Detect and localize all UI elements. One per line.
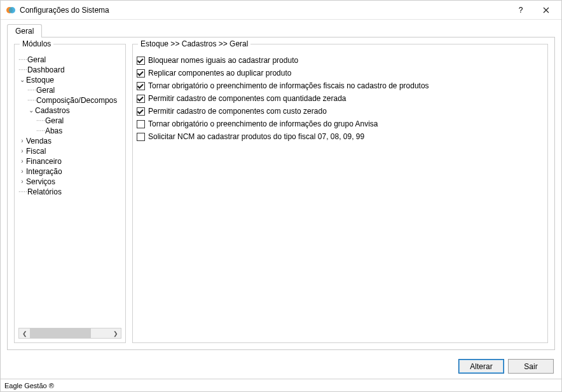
tree-item-relatorios[interactable]: ·····Relatórios <box>18 187 121 197</box>
scroll-track[interactable] <box>30 328 110 338</box>
tree-item-vendas[interactable]: ›Vendas <box>18 136 121 146</box>
content-panel: Estoque >> Cadastros >> Geral Bloquear n… <box>132 44 548 343</box>
main-panel: Módulos ·····Geral ·····Dashboard ⌄Estoq… <box>7 37 555 350</box>
tab-geral[interactable]: Geral <box>7 24 42 37</box>
option-label: Tornar obrigatório o preenchimento de in… <box>148 119 378 128</box>
footer-buttons: Alterar Sair <box>1 355 561 379</box>
option-label: Permitir cadastro de componentes com cus… <box>148 107 327 116</box>
tree-item-estoque-composicao[interactable]: ·····Composição/Decompos <box>18 95 121 105</box>
sair-button[interactable]: Sair <box>508 359 554 374</box>
checkbox-icon[interactable] <box>137 69 145 78</box>
tree-item-financeiro[interactable]: ›Financeiro <box>18 156 121 166</box>
checkbox-icon[interactable] <box>137 120 145 128</box>
status-bar: Eagle Gestão ® <box>1 379 561 391</box>
svg-point-1 <box>9 7 15 13</box>
scroll-left-icon[interactable]: ❮ <box>19 328 30 338</box>
option-label: Replicar componentes ao duplicar produto <box>148 69 291 78</box>
checkbox-icon[interactable] <box>137 95 145 103</box>
tree-item-estoque-cadastros[interactable]: ⌄Cadastros <box>18 105 121 116</box>
tree-item-geral[interactable]: ·····Geral <box>18 55 121 65</box>
tree-item-integracao[interactable]: ›Integração <box>18 166 121 177</box>
tree-item-servicos[interactable]: ›Serviços <box>18 177 121 187</box>
close-button[interactable] <box>533 1 559 19</box>
option-row[interactable]: Bloquear nomes iguais ao cadastrar produ… <box>137 56 544 65</box>
option-row[interactable]: Permitir cadastro de componentes com cus… <box>137 107 544 116</box>
window-title: Configurações do Sistema <box>20 6 109 15</box>
checkbox-icon[interactable] <box>137 133 145 141</box>
option-row[interactable]: Tornar obrigatório o preenchimento de in… <box>137 81 544 90</box>
option-row[interactable]: Solicitar NCM ao cadastrar produtos do t… <box>137 132 544 141</box>
tree-item-estoque-cadastros-abas[interactable]: ·····Abas <box>18 126 121 136</box>
option-label: Tornar obrigatório o preenchimento de in… <box>148 81 429 90</box>
option-row[interactable]: Permitir cadastro de componentes com qua… <box>137 94 544 103</box>
scroll-right-icon[interactable]: ❯ <box>110 328 121 338</box>
checkbox-icon[interactable] <box>137 57 145 65</box>
modules-tree: ·····Geral ·····Dashboard ⌄Estoque ·····… <box>18 55 121 325</box>
tree-item-estoque[interactable]: ⌄Estoque <box>18 75 121 85</box>
app-icon <box>6 5 16 15</box>
sidebar-hscrollbar[interactable]: ❮ ❯ <box>18 328 121 339</box>
scroll-thumb[interactable] <box>30 328 91 338</box>
checkbox-icon[interactable] <box>137 107 145 116</box>
tabstrip: Geral <box>1 20 561 37</box>
titlebar: Configurações do Sistema ? <box>1 1 561 20</box>
tree-item-fiscal[interactable]: ›Fiscal <box>18 146 121 156</box>
tree-item-estoque-geral[interactable]: ·····Geral <box>18 85 121 95</box>
option-row[interactable]: Tornar obrigatório o preenchimento de in… <box>137 119 544 128</box>
breadcrumb: Estoque >> Cadastros >> Geral <box>138 39 250 48</box>
option-label: Permitir cadastro de componentes com qua… <box>148 94 346 103</box>
help-button[interactable]: ? <box>508 1 533 19</box>
tree-item-estoque-cadastros-geral[interactable]: ·····Geral <box>18 116 121 126</box>
option-label: Bloquear nomes iguais ao cadastrar produ… <box>148 56 298 65</box>
sidebar-legend: Módulos <box>20 39 53 48</box>
option-row[interactable]: Replicar componentes ao duplicar produto <box>137 69 544 78</box>
sidebar-modulos: Módulos ·····Geral ·····Dashboard ⌄Estoq… <box>14 44 126 343</box>
option-label: Solicitar NCM ao cadastrar produtos do t… <box>148 132 364 141</box>
tree-item-dashboard[interactable]: ·····Dashboard <box>18 65 121 75</box>
alterar-button[interactable]: Alterar <box>458 359 504 374</box>
status-text: Eagle Gestão ® <box>4 382 54 389</box>
checkbox-icon[interactable] <box>137 82 145 90</box>
options-list: Bloquear nomes iguais ao cadastrar produ… <box>137 56 544 145</box>
